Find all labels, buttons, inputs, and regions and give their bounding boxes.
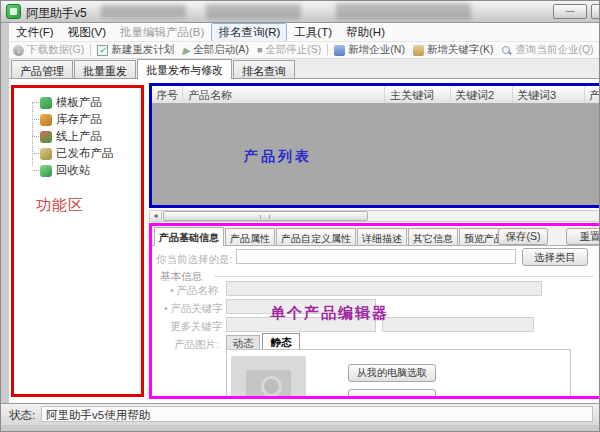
column-header-keyword3[interactable]: 关键词3	[517, 88, 556, 103]
stop-all-icon: ■	[257, 45, 262, 55]
scroll-left-arrow-icon[interactable]: ◂	[150, 211, 162, 221]
product-editor-panel: 产品基础信息 产品属性 产品自定义属性 详细描述 其它信息 预览产品 保存(S)…	[149, 223, 600, 399]
toolbar-separator	[90, 44, 91, 56]
main-content: 模板产品 库存产品 线上产品 已发布产品 回收站	[9, 79, 600, 403]
annotation-function-area: 功能区	[36, 196, 84, 215]
tab-detail-description[interactable]: 详细描述	[357, 228, 407, 245]
column-header-product[interactable]: 产	[589, 88, 600, 103]
tab-image-dynamic[interactable]: 动态	[226, 335, 260, 350]
basic-info-group-label: 基本信息	[160, 270, 202, 284]
status-bar: 状态: 阿里助手v5使用帮助	[1, 403, 600, 425]
menu-bar: 文件(F) 视图(V) 批量编辑产品(B) 排名查询(R) 工具(T) 帮助(H…	[9, 23, 600, 41]
column-header-name[interactable]: 产品名称	[188, 88, 232, 103]
column-divider	[512, 87, 513, 102]
select-category-button[interactable]: 选择类目	[522, 248, 588, 266]
sidebar-item-recycle-bin[interactable]: 回收站	[20, 162, 139, 179]
menu-batch-edit[interactable]: 批量编辑产品(B)	[113, 24, 211, 41]
save-button[interactable]: 保存(S)	[498, 228, 548, 245]
current-selection-input[interactable]	[236, 249, 516, 264]
add-company-button[interactable]: 新增企业(N)	[330, 43, 409, 57]
column-header-keyword1[interactable]: 主关键词	[390, 88, 434, 103]
product-list-panel: 序号 产品名称 主关键词 关键词2 关键词3 产 产品列表	[149, 83, 600, 208]
pick-from-computer-button[interactable]: 从我的电脑选取	[348, 364, 436, 382]
start-all-icon: ▶	[182, 45, 190, 56]
module-tab-bar: 产品管理 批量重发 批量发布与修改 排名查询	[9, 59, 600, 79]
menu-rank-query[interactable]: 排名查询(R)	[211, 23, 287, 42]
stop-all-button[interactable]: ■ 全部停止(S)	[253, 43, 325, 57]
window-title: 阿里助手v5	[26, 5, 87, 22]
toolbar-separator	[327, 44, 328, 56]
image-placeholder-camera-icon	[231, 356, 306, 399]
column-divider	[182, 87, 183, 102]
more-keywords-input-2[interactable]	[382, 317, 534, 332]
stock-product-icon	[40, 114, 52, 126]
annotation-product-editor: 单个产品编辑器	[270, 304, 389, 323]
menu-tools[interactable]: 工具(T)	[287, 24, 339, 41]
menu-file[interactable]: 文件(F)	[9, 24, 61, 41]
sidebar-item-template-products[interactable]: 模板产品	[20, 94, 139, 111]
column-divider	[384, 87, 385, 102]
published-product-icon	[40, 148, 52, 160]
app-icon	[6, 4, 21, 19]
reset-button[interactable]: 重置	[566, 228, 600, 245]
maximize-button[interactable]: ▢	[591, 4, 600, 19]
function-area-panel: 模板产品 库存产品 线上产品 已发布产品 回收站	[11, 85, 144, 397]
column-header-index[interactable]: 序号	[156, 88, 178, 103]
column-divider	[584, 87, 585, 102]
redacted-patch	[101, 5, 186, 18]
tab-product-management[interactable]: 产品管理	[11, 60, 73, 78]
more-keywords-label: 更多关键字	[170, 320, 223, 334]
tab-batch-publish-modify[interactable]: 批量发布与修改	[137, 59, 232, 79]
download-data-button[interactable]: ↓ 下载数据(G)	[9, 43, 88, 57]
scrollbar-grip	[260, 215, 270, 219]
minimize-button[interactable]: —	[553, 4, 587, 19]
online-product-icon	[40, 131, 52, 143]
toolbar: ↓ 下载数据(G) ✓ 新建重发计划 ▶ 全部启动(A) ■ 全部停止(S) 新…	[9, 41, 600, 59]
product-image-label: 产品图片:	[174, 338, 219, 352]
group-divider	[214, 276, 594, 277]
column-header-keyword2[interactable]: 关键词2	[455, 88, 494, 103]
add-keyword-button[interactable]: 新增关键字(K)	[409, 43, 498, 57]
title-bar: 阿里助手v5 — ▢	[1, 1, 600, 23]
horizontal-scrollbar[interactable]: ◂	[149, 210, 600, 222]
new-replan-button[interactable]: ✓ 新建重发计划	[93, 43, 178, 57]
tab-rank-query[interactable]: 排名查询	[233, 60, 295, 78]
query-company-button[interactable]: 查询当前企业(Q)	[497, 43, 597, 57]
column-divider	[450, 87, 451, 102]
second-pick-button[interactable]	[348, 389, 436, 399]
menu-help[interactable]: 帮助(H)	[339, 24, 392, 41]
product-name-input[interactable]	[226, 281, 542, 296]
tab-other-info[interactable]: 其它信息	[408, 228, 458, 245]
sidebar-item-published-products[interactable]: 已发布产品	[20, 145, 139, 162]
template-product-icon	[40, 97, 52, 109]
tab-product-attributes[interactable]: 产品属性	[225, 228, 275, 245]
current-selection-label: 你当前选择的是:	[156, 253, 232, 267]
sidebar-item-stock-products[interactable]: 库存产品	[20, 111, 139, 128]
sidebar-item-online-products[interactable]: 线上产品	[20, 128, 139, 145]
product-tree: 模板产品 库存产品 线上产品 已发布产品 回收站	[20, 94, 139, 179]
table-header: 序号 产品名称 主关键词 关键词2 关键词3 产	[152, 86, 600, 104]
app-window: 阿里助手v5 — ▢ 文件(F) 视图(V) 批量编辑产品(B) 排名查询(R)…	[0, 0, 600, 432]
product-keyword-label: • 产品关键字	[164, 302, 223, 316]
tab-custom-attributes[interactable]: 产品自定义属性	[276, 228, 356, 245]
redacted-patch	[336, 3, 471, 20]
download-icon: ↓	[13, 45, 24, 56]
query-company-icon	[501, 45, 512, 56]
new-replan-icon: ✓	[97, 45, 108, 56]
status-text: 阿里助手v5使用帮助	[41, 406, 593, 422]
start-all-button[interactable]: ▶ 全部启动(A)	[178, 43, 253, 57]
tab-basic-info[interactable]: 产品基础信息	[154, 227, 224, 246]
add-company-icon	[334, 45, 345, 56]
scrollbar-thumb[interactable]	[163, 211, 368, 221]
product-name-label: • 产品名称	[170, 284, 219, 298]
menu-view[interactable]: 视图(V)	[61, 24, 113, 41]
recycle-bin-icon	[40, 165, 52, 177]
annotation-product-list: 产品列表	[244, 148, 312, 166]
status-label: 状态:	[9, 408, 35, 423]
redacted-patch	[206, 4, 301, 19]
tab-image-static[interactable]: 静态	[262, 333, 300, 350]
add-keyword-icon	[413, 45, 424, 56]
tab-batch-resend[interactable]: 批量重发	[74, 60, 136, 78]
